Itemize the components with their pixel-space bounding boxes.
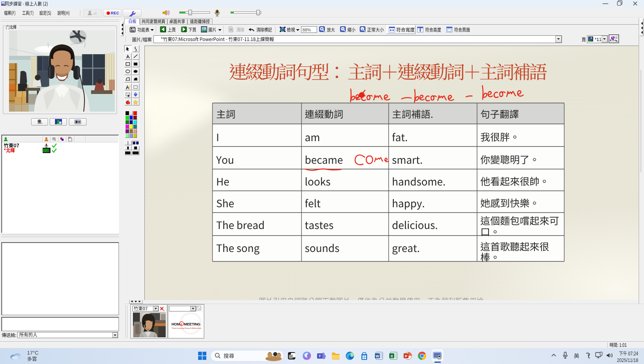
svg-text:W: W [376,354,379,358]
svg-text:HOM: HOM [171,322,180,326]
svg-text:P: P [405,354,407,358]
svg-text:e: e [180,322,182,326]
svg-text:MEETING: MEETING [184,322,200,326]
svg-text:X: X [391,354,393,358]
svg-text:T: T [319,354,321,358]
svg-text:Team Learning Group Collabora: Team Learning Group Collaboration. [172,327,202,329]
